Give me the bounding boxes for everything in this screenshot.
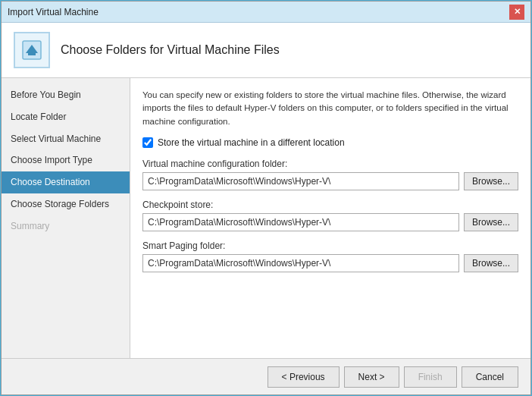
close-button[interactable]: ✕ — [509, 5, 524, 20]
checkpoint-store-field-group: Checkpoint store: Browse... — [142, 200, 518, 231]
smart-paging-folder-row: Browse... — [142, 254, 518, 272]
main-window: Import Virtual Machine ✕ Choose Folders … — [1, 1, 531, 395]
main-content: You can specify new or existing folders … — [130, 78, 530, 358]
finish-button[interactable]: Finish — [404, 366, 457, 388]
vm-config-folder-row: Browse... — [142, 172, 518, 190]
import-icon — [20, 38, 44, 62]
sidebar-item-select-virtual-machine[interactable]: Select Virtual Machine — [2, 128, 130, 150]
sidebar-item-before-you-begin[interactable]: Before You Begin — [2, 84, 130, 106]
smart-paging-folder-label: Smart Paging folder: — [142, 240, 518, 251]
store-location-checkbox-row: Store the virtual machine in a different… — [142, 137, 518, 148]
vm-config-folder-label: Virtual machine configuration folder: — [142, 159, 518, 169]
window-title: Import Virtual Machine — [8, 7, 99, 17]
vm-config-folder-input[interactable] — [142, 172, 459, 190]
checkpoint-store-input[interactable] — [142, 213, 459, 231]
store-location-label[interactable]: Store the virtual machine in a different… — [158, 137, 345, 148]
cancel-button[interactable]: Cancel — [462, 366, 518, 388]
vm-config-folder-browse-button[interactable]: Browse... — [464, 172, 518, 190]
svg-rect-2 — [28, 53, 36, 55]
next-button[interactable]: Next > — [344, 366, 399, 388]
smart-paging-folder-input[interactable] — [142, 254, 459, 272]
description-text: You can specify new or existing folders … — [142, 89, 518, 128]
title-bar-left: Import Virtual Machine — [8, 7, 99, 17]
store-location-checkbox[interactable] — [142, 137, 153, 148]
sidebar-item-locate-folder[interactable]: Locate Folder — [2, 106, 130, 128]
header-icon-box — [14, 32, 50, 68]
checkpoint-store-browse-button[interactable]: Browse... — [464, 213, 518, 231]
smart-paging-field-group: Smart Paging folder: Browse... — [142, 240, 518, 272]
header-title: Choose Folders for Virtual Machine Files — [61, 43, 280, 57]
main-layout: Before You Begin Locate Folder Select Vi… — [2, 78, 530, 358]
checkpoint-store-row: Browse... — [142, 213, 518, 231]
sidebar-item-choose-destination[interactable]: Choose Destination — [2, 171, 130, 193]
title-bar: Import Virtual Machine ✕ — [2, 2, 530, 23]
sidebar-item-choose-storage-folders[interactable]: Choose Storage Folders — [2, 193, 130, 215]
footer: < Previous Next > Finish Cancel — [2, 358, 530, 394]
smart-paging-folder-browse-button[interactable]: Browse... — [464, 254, 518, 272]
sidebar: Before You Begin Locate Folder Select Vi… — [2, 78, 130, 358]
sidebar-item-choose-import-type[interactable]: Choose Import Type — [2, 149, 130, 171]
checkpoint-store-label: Checkpoint store: — [142, 200, 518, 210]
vm-config-field-group: Virtual machine configuration folder: Br… — [142, 159, 518, 190]
sidebar-item-summary: Summary — [2, 215, 130, 237]
header-section: Choose Folders for Virtual Machine Files — [2, 23, 530, 78]
previous-button[interactable]: < Previous — [268, 366, 340, 388]
top-section: Choose Folders for Virtual Machine Files… — [2, 23, 530, 358]
